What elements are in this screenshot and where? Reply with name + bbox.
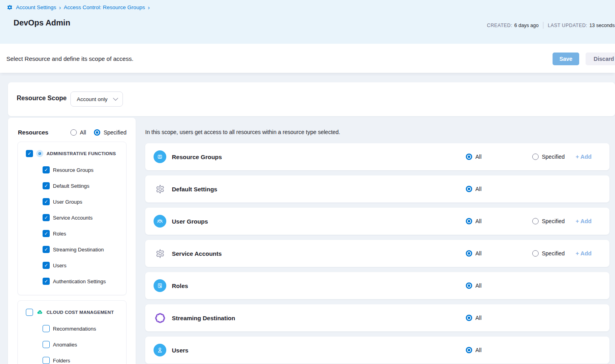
cloud-dollar-icon: $	[36, 309, 43, 316]
resource-type-label: Roles	[53, 231, 66, 237]
all-radio[interactable]	[466, 218, 472, 224]
discard-button[interactable]: Discard	[586, 53, 615, 65]
item-checkbox[interactable]: ✓	[43, 166, 50, 173]
resource-type-item: ✓Streaming Destination	[18, 241, 126, 257]
resource-row-label: Resource Groups	[172, 154, 222, 160]
admin-gear-icon	[36, 150, 43, 157]
resource-type-label: User Groups	[53, 199, 82, 205]
svg-text:$: $	[39, 311, 41, 313]
add-resources-link[interactable]: + Add	[576, 250, 592, 257]
resources-all-radio[interactable]	[70, 129, 77, 136]
scope-description: In this scope, users get access to all r…	[145, 129, 340, 135]
item-checkbox[interactable]: ✓	[43, 278, 50, 285]
all-radio[interactable]	[466, 250, 472, 257]
roles-icon	[154, 279, 166, 292]
save-button[interactable]: Save	[553, 53, 579, 65]
toolbar-description: Select Resource and define its scope of …	[6, 55, 133, 62]
all-radio[interactable]	[466, 186, 472, 192]
resource-type-label: Authentication Settings	[53, 278, 106, 284]
resource-row: UsersAll	[145, 337, 609, 364]
resource-category-card: $CLOUD COST MANAGEMENTRecommendationsAno…	[18, 300, 127, 364]
item-checkbox[interactable]	[43, 341, 50, 348]
all-radio-label: All	[475, 282, 482, 289]
add-resources-link[interactable]: + Add	[576, 218, 592, 224]
all-radio[interactable]	[466, 282, 472, 289]
resource-row-label: Default Settings	[172, 186, 217, 193]
resource-row: User GroupsAllSpecified+ Add	[145, 208, 609, 235]
resources-panel: Resources All Specified ✓ADMINISTRATIVE …	[8, 118, 136, 364]
resource-type-item: ✓Default Settings	[18, 178, 126, 194]
gear-icon	[155, 248, 165, 259]
resources-title: Resources	[18, 129, 49, 136]
resource-type-item: ✓Authentication Settings	[18, 273, 126, 289]
breadcrumb-link[interactable]: Account Settings	[16, 4, 56, 10]
resource-scope-dropdown[interactable]: Account only	[70, 91, 123, 107]
resources-mode-radios: All Specified	[70, 129, 127, 136]
breadcrumb-link[interactable]: Access Control: Resource Groups	[64, 4, 145, 10]
item-checkbox[interactable]: ✓	[43, 182, 50, 189]
resource-type-label: Anomalies	[53, 342, 77, 348]
category-checkbox[interactable]	[26, 309, 33, 316]
created-updated-meta: CREATED: 6 days ago LAST UPDATED: 13 sec…	[487, 22, 615, 29]
resource-type-item: ✓Service Accounts	[18, 210, 126, 226]
resources-specified-label: Specified	[103, 129, 127, 136]
resource-type-item: ✓Roles	[18, 226, 126, 241]
item-checkbox[interactable]: ✓	[43, 246, 50, 253]
user-groups-icon	[154, 215, 166, 228]
item-checkbox[interactable]: ✓	[43, 262, 50, 269]
resource-row: RolesAll	[145, 272, 609, 299]
resource-type-item: Folders	[18, 352, 126, 364]
resource-category-header: ✓ADMINISTRATIVE FUNCTIONS	[18, 148, 126, 162]
all-radio[interactable]	[466, 154, 472, 160]
page-title: DevOps Admin	[14, 18, 70, 27]
specified-radio-label: Specified	[542, 154, 565, 160]
breadcrumb-separator-icon: ›	[59, 4, 61, 10]
last-updated-label: LAST UPDATED:	[548, 23, 587, 28]
meta-divider	[543, 22, 543, 29]
specified-radio-label: Specified	[542, 250, 565, 257]
breadcrumb: Account Settings›Access Control: Resourc…	[6, 4, 150, 11]
resource-type-label: Users	[53, 263, 66, 269]
item-checkbox[interactable]	[43, 357, 50, 364]
resource-row-list: Resource GroupsAllSpecified+ AddDefault …	[145, 143, 609, 364]
resource-type-label: Default Settings	[53, 183, 90, 189]
specified-radio[interactable]	[532, 154, 539, 160]
resource-row-label: Roles	[172, 282, 188, 289]
resource-scope-label: Resource Scope	[17, 95, 66, 102]
category-checkbox[interactable]: ✓	[26, 150, 33, 157]
add-resources-link[interactable]: + Add	[576, 154, 592, 160]
all-radio-label: All	[475, 186, 482, 192]
resource-row-label: User Groups	[172, 218, 208, 225]
chevron-down-icon	[113, 95, 118, 101]
specified-radio[interactable]	[532, 250, 539, 257]
created-value: 6 days ago	[514, 23, 539, 28]
resource-row-label: Users	[172, 347, 189, 354]
all-option: All	[466, 315, 482, 321]
all-radio[interactable]	[466, 347, 472, 353]
resource-type-item: ✓Resource Groups	[18, 162, 126, 178]
resource-groups-icon	[154, 150, 166, 163]
resources-specified-radio[interactable]	[94, 129, 100, 136]
item-checkbox[interactable]: ✓	[43, 198, 50, 205]
resource-type-item: Recommendations	[18, 321, 126, 337]
item-checkbox[interactable]: ✓	[43, 230, 50, 237]
all-option: All	[466, 186, 482, 192]
category-label: CLOUD COST MANAGEMENT	[47, 310, 114, 315]
specified-radio[interactable]	[532, 218, 539, 224]
all-option: All	[466, 154, 482, 160]
resource-type-label: Streaming Destination	[53, 247, 104, 253]
item-checkbox[interactable]: ✓	[43, 214, 50, 221]
resource-type-item: ✓User Groups	[18, 194, 126, 210]
specified-option: Specified	[532, 250, 565, 257]
resource-category-header: $CLOUD COST MANAGEMENT	[18, 307, 126, 321]
resources-specified-option: Specified	[94, 129, 127, 136]
resource-scope-card: Resource Scope Account only	[8, 82, 615, 116]
resource-row-label: Streaming Destination	[172, 315, 235, 321]
all-radio[interactable]	[466, 315, 472, 321]
category-label: ADMINISTRATIVE FUNCTIONS	[47, 151, 116, 156]
resource-type-label: Folders	[53, 358, 70, 364]
content-area: Resource Scope Account only Resources Al…	[0, 73, 615, 364]
item-checkbox[interactable]	[43, 325, 50, 332]
specified-option: Specified	[532, 218, 565, 224]
action-toolbar: Select Resource and define its scope of …	[0, 44, 615, 73]
